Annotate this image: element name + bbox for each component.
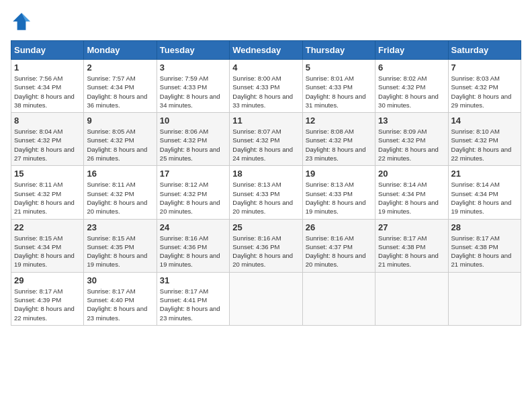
- calendar-week-row: 15Sunrise: 8:11 AMSunset: 4:32 PMDayligh…: [11, 166, 521, 219]
- day-number: 6: [378, 62, 445, 73]
- calendar-day-cell: 13Sunrise: 8:09 AMSunset: 4:32 PMDayligh…: [375, 113, 448, 166]
- day-detail: Sunrise: 8:15 AMSunset: 4:35 PMDaylight:…: [87, 234, 147, 269]
- day-detail: Sunrise: 8:12 AMSunset: 4:32 PMDaylight:…: [160, 181, 220, 215]
- day-detail: Sunrise: 8:17 AMSunset: 4:41 PMDaylight:…: [160, 287, 220, 322]
- weekday-header: Friday: [375, 41, 448, 60]
- calendar-day-cell: [302, 272, 375, 325]
- calendar-day-cell: 28Sunrise: 8:17 AMSunset: 4:38 PMDayligh…: [448, 219, 521, 272]
- calendar-day-cell: 30Sunrise: 8:17 AMSunset: 4:40 PMDayligh…: [84, 272, 157, 325]
- day-detail: Sunrise: 8:13 AMSunset: 4:33 PMDaylight:…: [232, 181, 293, 215]
- day-number: 17: [160, 169, 226, 179]
- day-detail: Sunrise: 8:16 AMSunset: 4:36 PMDaylight:…: [232, 234, 293, 269]
- day-detail: Sunrise: 8:17 AMSunset: 4:38 PMDaylight:…: [378, 234, 439, 269]
- calendar-week-row: 8Sunrise: 8:04 AMSunset: 4:32 PMDaylight…: [11, 113, 521, 166]
- calendar-day-cell: 2Sunrise: 7:57 AMSunset: 4:34 PMDaylight…: [84, 60, 157, 113]
- day-number: 23: [87, 222, 153, 232]
- calendar-day-cell: 8Sunrise: 8:04 AMSunset: 4:32 PMDaylight…: [11, 113, 84, 166]
- calendar-day-cell: [375, 272, 448, 325]
- calendar-day-cell: 18Sunrise: 8:13 AMSunset: 4:33 PMDayligh…: [230, 166, 302, 219]
- day-number: 7: [451, 62, 518, 73]
- day-number: 29: [14, 275, 81, 285]
- weekday-header: Monday: [84, 41, 157, 60]
- day-detail: Sunrise: 8:16 AMSunset: 4:36 PMDaylight:…: [160, 234, 220, 269]
- day-number: 27: [378, 222, 445, 232]
- day-number: 26: [306, 222, 372, 232]
- weekday-header: Saturday: [448, 41, 521, 60]
- calendar-day-cell: 14Sunrise: 8:10 AMSunset: 4:32 PMDayligh…: [448, 113, 521, 166]
- calendar-table: SundayMondayTuesdayWednesdayThursdayFrid…: [11, 40, 521, 326]
- day-number: 3: [160, 62, 226, 73]
- day-number: 19: [306, 169, 372, 179]
- calendar-week-row: 22Sunrise: 8:15 AMSunset: 4:34 PMDayligh…: [11, 219, 521, 272]
- day-detail: Sunrise: 8:15 AMSunset: 4:34 PMDaylight:…: [14, 234, 75, 269]
- day-detail: Sunrise: 7:56 AMSunset: 4:34 PMDaylight:…: [14, 75, 75, 109]
- weekday-header: Wednesday: [230, 41, 302, 60]
- day-number: 18: [232, 169, 299, 179]
- calendar-day-cell: 6Sunrise: 8:02 AMSunset: 4:32 PMDaylight…: [375, 60, 448, 113]
- calendar-day-cell: 5Sunrise: 8:01 AMSunset: 4:33 PMDaylight…: [302, 60, 375, 113]
- day-number: 1: [14, 62, 81, 73]
- day-detail: Sunrise: 8:14 AMSunset: 4:34 PMDaylight:…: [451, 181, 512, 215]
- day-number: 15: [14, 169, 81, 179]
- day-number: 21: [451, 169, 518, 179]
- calendar-day-cell: 10Sunrise: 8:06 AMSunset: 4:32 PMDayligh…: [157, 113, 229, 166]
- day-detail: Sunrise: 8:14 AMSunset: 4:34 PMDaylight:…: [378, 181, 439, 215]
- day-number: 28: [451, 222, 518, 232]
- day-number: 5: [306, 62, 372, 73]
- day-detail: Sunrise: 8:13 AMSunset: 4:33 PMDaylight:…: [306, 181, 366, 215]
- calendar-day-cell: 16Sunrise: 8:11 AMSunset: 4:32 PMDayligh…: [84, 166, 157, 219]
- day-detail: Sunrise: 8:16 AMSunset: 4:37 PMDaylight:…: [306, 234, 366, 269]
- calendar-day-cell: 17Sunrise: 8:12 AMSunset: 4:32 PMDayligh…: [157, 166, 229, 219]
- day-detail: Sunrise: 8:08 AMSunset: 4:32 PMDaylight:…: [306, 128, 366, 162]
- day-number: 24: [160, 222, 226, 232]
- calendar-day-cell: 20Sunrise: 8:14 AMSunset: 4:34 PMDayligh…: [375, 166, 448, 219]
- day-detail: Sunrise: 8:05 AMSunset: 4:32 PMDaylight:…: [87, 128, 147, 162]
- calendar-day-cell: 25Sunrise: 8:16 AMSunset: 4:36 PMDayligh…: [230, 219, 302, 272]
- calendar-day-cell: [230, 272, 302, 325]
- calendar-day-cell: 23Sunrise: 8:15 AMSunset: 4:35 PMDayligh…: [84, 219, 157, 272]
- day-number: 4: [232, 62, 299, 73]
- calendar-day-cell: 11Sunrise: 8:07 AMSunset: 4:32 PMDayligh…: [230, 113, 302, 166]
- calendar-day-cell: 24Sunrise: 8:16 AMSunset: 4:36 PMDayligh…: [157, 219, 229, 272]
- day-detail: Sunrise: 8:17 AMSunset: 4:39 PMDaylight:…: [14, 287, 75, 322]
- calendar-day-cell: 27Sunrise: 8:17 AMSunset: 4:38 PMDayligh…: [375, 219, 448, 272]
- page-header: [11, 11, 521, 32]
- day-number: 11: [232, 116, 299, 126]
- day-number: 8: [14, 116, 81, 126]
- day-detail: Sunrise: 7:57 AMSunset: 4:34 PMDaylight:…: [87, 75, 147, 109]
- calendar-day-cell: 19Sunrise: 8:13 AMSunset: 4:33 PMDayligh…: [302, 166, 375, 219]
- day-detail: Sunrise: 8:09 AMSunset: 4:32 PMDaylight:…: [378, 128, 439, 162]
- day-number: 2: [87, 62, 153, 73]
- calendar-day-cell: 7Sunrise: 8:03 AMSunset: 4:32 PMDaylight…: [448, 60, 521, 113]
- day-detail: Sunrise: 7:59 AMSunset: 4:33 PMDaylight:…: [160, 75, 220, 109]
- weekday-header: Thursday: [302, 41, 375, 60]
- weekday-header: Sunday: [11, 41, 84, 60]
- day-number: 14: [451, 116, 518, 126]
- day-number: 16: [87, 169, 153, 179]
- calendar-day-cell: 15Sunrise: 8:11 AMSunset: 4:32 PMDayligh…: [11, 166, 84, 219]
- logo: [11, 11, 35, 32]
- day-detail: Sunrise: 8:10 AMSunset: 4:32 PMDaylight:…: [451, 128, 512, 162]
- day-number: 12: [306, 116, 372, 126]
- day-detail: Sunrise: 8:17 AMSunset: 4:38 PMDaylight:…: [451, 234, 512, 269]
- day-detail: Sunrise: 8:01 AMSunset: 4:33 PMDaylight:…: [306, 75, 366, 109]
- day-number: 31: [160, 275, 226, 285]
- day-number: 22: [14, 222, 81, 232]
- calendar-day-cell: 21Sunrise: 8:14 AMSunset: 4:34 PMDayligh…: [448, 166, 521, 219]
- day-detail: Sunrise: 8:07 AMSunset: 4:32 PMDaylight:…: [232, 128, 293, 162]
- day-detail: Sunrise: 8:06 AMSunset: 4:32 PMDaylight:…: [160, 128, 220, 162]
- calendar-day-cell: 9Sunrise: 8:05 AMSunset: 4:32 PMDaylight…: [84, 113, 157, 166]
- logo-icon: [11, 11, 32, 32]
- day-number: 20: [378, 169, 445, 179]
- calendar-day-cell: 3Sunrise: 7:59 AMSunset: 4:33 PMDaylight…: [157, 60, 229, 113]
- weekday-header-row: SundayMondayTuesdayWednesdayThursdayFrid…: [11, 41, 521, 60]
- calendar-day-cell: 12Sunrise: 8:08 AMSunset: 4:32 PMDayligh…: [302, 113, 375, 166]
- day-number: 9: [87, 116, 153, 126]
- calendar-day-cell: 1Sunrise: 7:56 AMSunset: 4:34 PMDaylight…: [11, 60, 84, 113]
- calendar-day-cell: [448, 272, 521, 325]
- day-number: 10: [160, 116, 226, 126]
- day-number: 30: [87, 275, 153, 285]
- calendar-day-cell: 26Sunrise: 8:16 AMSunset: 4:37 PMDayligh…: [302, 219, 375, 272]
- calendar-day-cell: 29Sunrise: 8:17 AMSunset: 4:39 PMDayligh…: [11, 272, 84, 325]
- day-detail: Sunrise: 8:03 AMSunset: 4:32 PMDaylight:…: [451, 75, 512, 109]
